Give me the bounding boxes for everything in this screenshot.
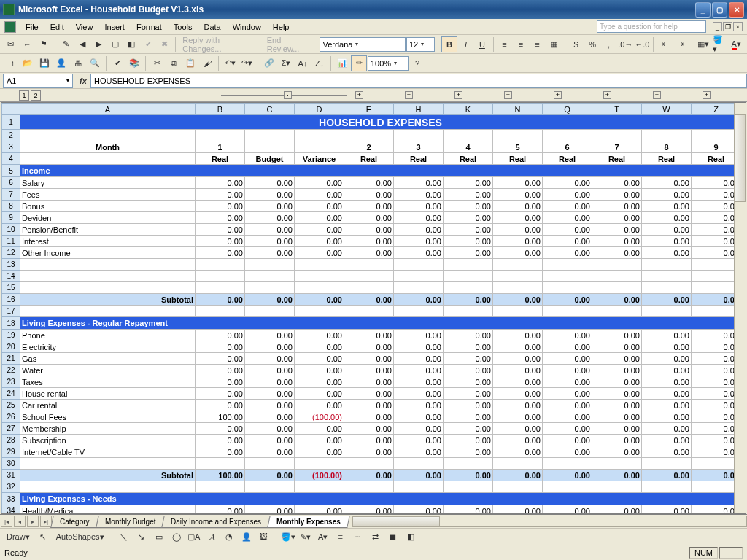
cell[interactable]: [692, 130, 735, 141]
autoshapes-menu[interactable]: AutoShapes ▾: [53, 529, 108, 545]
cell[interactable]: Salary: [20, 177, 196, 189]
percent-button[interactable]: %: [584, 36, 600, 52]
cell[interactable]: Membership: [20, 423, 196, 435]
row-header[interactable]: 7: [2, 189, 20, 201]
cell[interactable]: 0.00: [295, 365, 344, 376]
menu-help[interactable]: Help: [268, 21, 295, 33]
cell[interactable]: 0.00: [394, 177, 444, 189]
cell[interactable]: [692, 458, 735, 470]
cell[interactable]: Subscription: [20, 435, 196, 446]
cell[interactable]: 0.00: [196, 388, 245, 400]
sort-asc-icon[interactable]: A↓: [295, 55, 311, 71]
cell[interactable]: [394, 306, 444, 317]
cell[interactable]: 0.00: [692, 376, 735, 388]
cell[interactable]: 0.00: [543, 177, 592, 189]
cell[interactable]: 0.00: [692, 236, 735, 247]
align-left-button[interactable]: ≡: [497, 36, 513, 52]
paste-icon[interactable]: 📋: [182, 55, 198, 71]
copy-icon[interactable]: ⧉: [166, 55, 182, 71]
outline-level-1[interactable]: 1: [19, 90, 29, 101]
cell[interactable]: Phone: [20, 330, 196, 341]
cell[interactable]: 0.00: [592, 411, 642, 423]
close-button[interactable]: ✕: [729, 2, 744, 18]
cell[interactable]: 0.00: [493, 505, 543, 514]
cell[interactable]: 0.00: [394, 189, 444, 201]
cell[interactable]: 0.00: [444, 470, 493, 481]
cell[interactable]: [245, 306, 295, 317]
cell[interactable]: 0.00: [592, 341, 642, 353]
help-icon[interactable]: ?: [409, 55, 425, 71]
cell[interactable]: Real: [642, 153, 692, 165]
cell[interactable]: 0.00: [592, 435, 642, 446]
cell[interactable]: [344, 481, 394, 493]
cell[interactable]: 0.00: [295, 388, 344, 400]
cell[interactable]: 0.00: [196, 505, 245, 514]
cell[interactable]: 0.00: [196, 236, 245, 247]
cell[interactable]: [394, 130, 444, 141]
cell[interactable]: 0.00: [642, 212, 692, 224]
cell[interactable]: 0.00: [592, 446, 642, 458]
outline-collapse-1[interactable]: ·: [284, 91, 292, 99]
fx-button[interactable]: fx: [76, 77, 90, 85]
row-header[interactable]: 17: [2, 306, 20, 317]
cell[interactable]: [20, 481, 196, 493]
cell[interactable]: 0.00: [543, 353, 592, 365]
format-painter-icon[interactable]: 🖌: [199, 55, 215, 71]
cut-icon[interactable]: ✂: [149, 55, 165, 71]
cell[interactable]: 0.00: [592, 400, 642, 411]
cell[interactable]: 0.00: [692, 201, 735, 212]
cell[interactable]: 0.00: [493, 212, 543, 224]
row-header[interactable]: 8: [2, 201, 20, 212]
cell[interactable]: 0.00: [692, 330, 735, 341]
cell[interactable]: 0.00: [692, 353, 735, 365]
cell[interactable]: [20, 282, 196, 294]
cell[interactable]: Budget: [245, 153, 295, 165]
menu-edit[interactable]: Edit: [45, 21, 69, 33]
cell[interactable]: [592, 481, 642, 493]
cell[interactable]: [444, 282, 493, 294]
cell[interactable]: 0.00: [692, 400, 735, 411]
cell[interactable]: [295, 271, 344, 282]
cell[interactable]: 0.00: [444, 435, 493, 446]
cell[interactable]: 0.00: [493, 177, 543, 189]
cell[interactable]: 0.00: [543, 470, 592, 481]
cell[interactable]: 0.00: [444, 330, 493, 341]
cell[interactable]: 0.00: [592, 201, 642, 212]
tab-prev-button[interactable]: ◂: [14, 516, 26, 527]
cell[interactable]: 0.00: [394, 212, 444, 224]
cell[interactable]: 0.00: [245, 435, 295, 446]
cell[interactable]: 0.00: [642, 201, 692, 212]
line-color-icon[interactable]: ✎▾: [298, 529, 314, 545]
cell[interactable]: 0.00: [196, 247, 245, 259]
cell[interactable]: [444, 271, 493, 282]
cell[interactable]: HOUSEHOLD EXPENSES: [20, 115, 735, 130]
cell[interactable]: [493, 130, 543, 141]
cell[interactable]: 0.00: [642, 294, 692, 306]
cell[interactable]: [394, 282, 444, 294]
cell[interactable]: Fees: [20, 189, 196, 201]
cell[interactable]: School Fees: [20, 411, 196, 423]
cell[interactable]: 0.00: [592, 365, 642, 376]
borders-button[interactable]: ▦▾: [695, 36, 711, 52]
cell[interactable]: 0.00: [592, 330, 642, 341]
row-header[interactable]: 16: [2, 294, 20, 306]
cell[interactable]: 0.00: [444, 189, 493, 201]
cell[interactable]: 0.00: [245, 388, 295, 400]
wordart-icon[interactable]: 𝓐: [204, 529, 220, 545]
cell[interactable]: [493, 481, 543, 493]
cell[interactable]: [692, 481, 735, 493]
cell[interactable]: 0.00: [295, 224, 344, 236]
menu-view[interactable]: View: [71, 21, 98, 33]
cell[interactable]: [642, 271, 692, 282]
cell[interactable]: [692, 282, 735, 294]
cell[interactable]: (100.00): [295, 470, 344, 481]
cell[interactable]: Car rental: [20, 400, 196, 411]
cell[interactable]: 1: [196, 141, 245, 153]
cell[interactable]: 0.00: [295, 201, 344, 212]
cell[interactable]: 0.00: [692, 505, 735, 514]
cell[interactable]: 0.00: [493, 201, 543, 212]
outline-expand-q[interactable]: +: [554, 91, 562, 99]
cell[interactable]: 0.00: [196, 435, 245, 446]
cell[interactable]: [20, 306, 196, 317]
cell[interactable]: 0.00: [196, 212, 245, 224]
